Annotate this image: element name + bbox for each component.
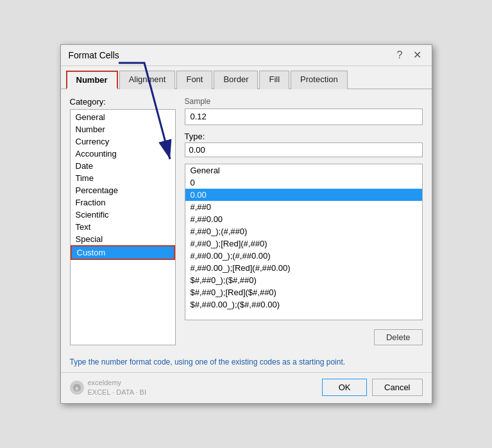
sample-value: 0.12	[185, 108, 423, 125]
format-item[interactable]: #,##0_);[Red](#,##0)	[185, 237, 422, 250]
footer: e exceldemy EXCEL · DATA · BI OK Cancel	[61, 372, 432, 403]
tab-protection[interactable]: Protection	[291, 71, 348, 89]
format-item[interactable]: $#,##0_);($#,##0)	[185, 274, 422, 286]
tab-alignment[interactable]: Alignment	[119, 71, 176, 89]
format-list-wrapper: General 0 0.00 #,##0 #,##0.00 #,##0_);(#…	[185, 164, 423, 320]
format-item[interactable]: 0	[185, 177, 422, 189]
format-cells-dialog: Format Cells ? ✕ Number Alignment Font B…	[60, 44, 432, 404]
category-panel: Category: General Number Currency Accoun…	[70, 97, 176, 345]
cancel-button[interactable]: Cancel	[372, 379, 422, 396]
type-input[interactable]	[185, 142, 423, 157]
hint-text: Type the number format code, using one o…	[61, 353, 432, 373]
help-button[interactable]: ?	[394, 50, 405, 60]
title-icons: ? ✕	[394, 50, 424, 60]
format-item[interactable]: #,##0.00	[185, 213, 422, 225]
ok-button[interactable]: OK	[322, 379, 367, 396]
format-item[interactable]: General	[185, 164, 422, 177]
format-item[interactable]: #,##0	[185, 201, 422, 213]
svg-text:e: e	[75, 385, 78, 392]
list-item[interactable]: General	[71, 111, 175, 123]
list-item[interactable]: Scientific	[71, 209, 175, 221]
format-item-selected[interactable]: 0.00	[185, 189, 422, 201]
list-item[interactable]: Currency	[71, 135, 175, 148]
type-label: Type:	[185, 132, 423, 141]
list-item[interactable]: Accounting	[71, 148, 175, 160]
format-item[interactable]: $#,##0.00_);($#,##0.00)	[185, 298, 422, 311]
tab-number[interactable]: Number	[66, 71, 118, 89]
tab-font[interactable]: Font	[176, 71, 212, 89]
format-item[interactable]: #,##0.00_);(#,##0.00)	[185, 250, 422, 262]
tab-content: Category: General Number Currency Accoun…	[61, 89, 432, 353]
category-label: Category:	[70, 97, 176, 107]
list-item[interactable]: Text	[71, 221, 175, 233]
category-list-wrapper: General Number Currency Accounting Date …	[70, 109, 176, 345]
format-item[interactable]: #,##0.00_);[Red](#,##0.00)	[185, 262, 422, 274]
tab-border[interactable]: Border	[214, 71, 258, 89]
list-item[interactable]: Special	[71, 233, 175, 245]
tab-fill[interactable]: Fill	[259, 71, 289, 89]
list-item[interactable]: Date	[71, 160, 175, 172]
close-button[interactable]: ✕	[411, 50, 424, 60]
list-item[interactable]: Fraction	[71, 196, 175, 209]
sample-label: Sample	[185, 97, 423, 106]
delete-row: Delete	[185, 329, 423, 345]
tabs-bar: Number Alignment Font Border Fill Protec…	[61, 66, 432, 89]
title-bar: Format Cells ? ✕	[61, 45, 432, 66]
watermark-icon: e	[70, 381, 84, 395]
watermark: e exceldemy EXCEL · DATA · BI	[70, 378, 318, 397]
type-section: Type:	[185, 132, 423, 157]
list-item[interactable]: Number	[71, 123, 175, 135]
category-list: General Number Currency Accounting Date …	[71, 110, 175, 345]
list-item[interactable]: Percentage	[71, 184, 175, 196]
format-item[interactable]: #,##0_);(#,##0)	[185, 225, 422, 237]
right-panel: Sample 0.12 Type: General 0 0.00 #,##0 #…	[185, 97, 423, 345]
list-item[interactable]: Time	[71, 172, 175, 184]
delete-button[interactable]: Delete	[374, 329, 423, 345]
watermark-text: exceldemy EXCEL · DATA · BI	[88, 378, 147, 397]
list-item-custom[interactable]: Custom	[71, 245, 175, 260]
watermark-line1: exceldemy	[88, 378, 147, 387]
dialog-title: Format Cells	[69, 50, 119, 60]
format-item[interactable]: $#,##0_);[Red]($#,##0)	[185, 286, 422, 298]
format-list: General 0 0.00 #,##0 #,##0.00 #,##0_);(#…	[185, 164, 422, 320]
watermark-line2: EXCEL · DATA · BI	[88, 388, 147, 397]
sample-section: Sample 0.12	[185, 97, 423, 125]
